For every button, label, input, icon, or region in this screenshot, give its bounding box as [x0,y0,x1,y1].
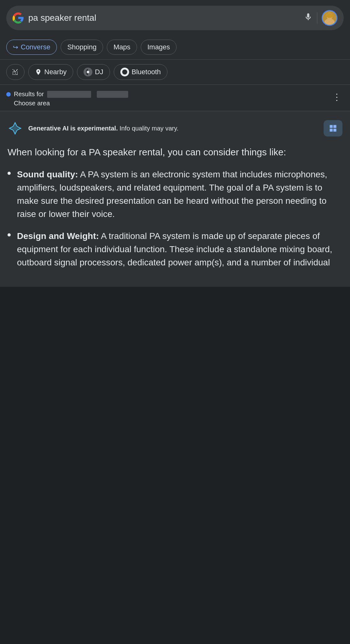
nearby-icon [35,69,42,75]
redacted-block-1 [47,91,91,98]
search-query[interactable]: pa speaker rental [28,13,299,23]
dj-avatar [84,68,92,76]
chip-nearby[interactable]: Nearby [28,64,73,80]
results-header: Results for Choose area ⋮ [0,85,350,111]
chip-converse-label: Converse [21,43,50,51]
ai-notice-bold: Generative AI is experimental. [28,125,118,132]
ai-list-item-2: Design and Weight: A traditional PA syst… [8,230,342,269]
bullet-dot-2 [8,233,11,236]
ai-list-item-2-text: Design and Weight: A traditional PA syst… [17,230,342,269]
chips-row-2: Nearby DJ Bluetooth [6,64,344,80]
ai-gem-icon [8,121,23,136]
ai-list-item-1: Sound quality: A PA system is an electro… [8,168,342,221]
chip-bluetooth[interactable]: Bluetooth [114,64,167,80]
choose-area[interactable]: Choose area [6,100,330,107]
avatar[interactable] [322,10,337,26]
ai-notice-rest: Info quality may vary. [118,125,178,132]
svg-point-5 [87,71,89,73]
filter-chips-row1: ↪ Converse Shopping Maps Images [0,36,350,59]
chip-images-label: Images [147,43,170,51]
ai-section: Generative AI is experimental. Info qual… [0,111,350,287]
google-logo [13,12,24,24]
ai-layout-icon [329,124,337,133]
chips-row-1: ↪ Converse Shopping Maps Images [6,40,344,55]
redacted-block-2 [97,91,128,98]
ai-layout-button[interactable] [324,120,342,136]
search-divider [317,12,317,24]
chip-dj[interactable]: DJ [77,64,110,80]
svg-point-2 [326,13,333,18]
ai-notice: Generative AI is experimental. Info qual… [8,120,342,136]
bluetooth-avatar [120,68,129,76]
results-for-row: Results for [6,91,330,98]
chip-dj-label: DJ [95,68,103,76]
search-bar-section: pa speaker rental [0,0,350,36]
results-info: Results for Choose area [6,91,330,107]
bullet-dot-1 [8,172,11,175]
svg-point-7 [122,69,127,75]
more-options-button[interactable]: ⋮ [330,91,344,103]
chip-shopping-label: Shopping [67,43,96,51]
filter-chips-row2: Nearby DJ Bluetooth [0,60,350,85]
results-for-text: Results for [14,91,44,98]
chip-converse[interactable]: ↪ Converse [6,40,57,55]
search-bar[interactable]: pa speaker rental [6,6,344,30]
ai-item2-bold: Design and Weight: [17,231,99,241]
ai-list: Sound quality: A PA system is an electro… [8,168,342,269]
avatar-inner [323,11,336,25]
chip-maps-label: Maps [113,43,130,51]
blue-dot [6,92,11,97]
ai-list-item-1-text: Sound quality: A PA system is an electro… [17,168,342,221]
chip-images[interactable]: Images [141,40,177,55]
filter-icon [12,68,19,76]
chip-shopping[interactable]: Shopping [61,40,103,55]
chip-maps[interactable]: Maps [107,40,137,55]
ai-notice-left: Generative AI is experimental. Info qual… [8,121,178,136]
chip-filter[interactable] [6,64,25,80]
ai-main-text: When looking for a PA speaker rental, yo… [8,145,342,159]
converse-icon: ↪ [13,43,18,51]
chip-nearby-label: Nearby [44,68,67,76]
chip-bluetooth-label: Bluetooth [132,68,161,76]
mic-icon[interactable] [304,13,313,24]
ai-item1-bold: Sound quality: [17,169,78,179]
ai-notice-text: Generative AI is experimental. Info qual… [28,124,178,133]
